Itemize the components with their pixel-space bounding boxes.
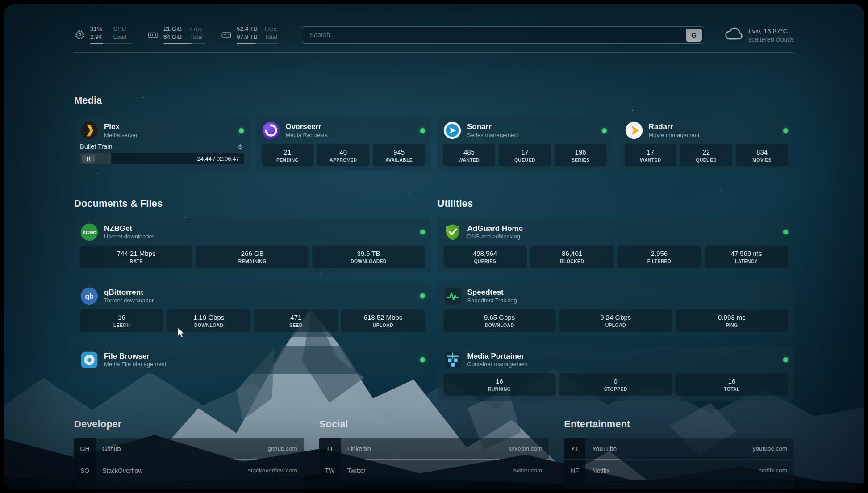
bookmark-linkedin[interactable]: LI LinkedIn linkedin.com: [319, 438, 549, 459]
bookmark-github[interactable]: GH Github github.com: [74, 438, 304, 459]
stat-rate: 744.21 Mbps RATE: [80, 246, 192, 268]
service-card-portainer[interactable]: Media Portainer Container management 16 …: [438, 346, 794, 401]
settings-gear-icon[interactable]: ⚙: [238, 143, 243, 150]
cpu-icon: [74, 29, 86, 41]
service-card-plex[interactable]: Plex Media server Bullet Train ⚙ 24:44 /…: [74, 116, 250, 171]
stat-value: 21: [263, 148, 312, 156]
service-subtitle: Torrent downloader: [104, 297, 154, 304]
service-subtitle: DNS and adblocking: [467, 233, 523, 240]
stat-available: 945 AVAILABLE: [373, 144, 425, 166]
stat-seed: 471 SEED: [254, 309, 338, 332]
stat-label: RATE: [82, 259, 191, 264]
now-playing-title: Bullet Train: [80, 143, 113, 150]
stat-queued: 22 QUEUED: [680, 144, 732, 166]
cpu-load-label: Load: [113, 33, 132, 41]
memory-icon: [147, 29, 159, 41]
service-card-radarr[interactable]: Radarr Movie management 17 WANTED 22 QUE…: [619, 116, 794, 171]
bookmark-abbr: GH: [74, 438, 96, 459]
stat-label: MOVIES: [738, 157, 786, 163]
bookmark-youtube[interactable]: YT YouTube youtube.com: [564, 438, 794, 459]
bookmark-name: DEV: [102, 489, 115, 490]
weather-location: Lviv, 16.87°C: [748, 27, 794, 36]
disk-total-value: 97.9 TB: [237, 33, 259, 41]
bookmarks-entertainment: Entertainment YT YouTube youtube.com NF …: [564, 410, 794, 490]
service-name: qBittorrent: [104, 288, 154, 297]
service-card-qbittorrent[interactable]: qb qBittorrent Torrent downloader 16 LEE…: [74, 282, 431, 337]
service-card-adguard[interactable]: AdGuard Home DNS and adblocking 498,564 …: [438, 218, 794, 273]
stat-remaining: 266 GB REMAINING: [196, 246, 309, 268]
service-subtitle: Series management: [467, 132, 519, 138]
bookmark-netflix[interactable]: NF Netflix netflix.com: [564, 460, 794, 481]
service-name: File Browser: [104, 352, 166, 361]
stat-label: QUEUED: [682, 157, 730, 163]
service-name: Media Portainer: [467, 352, 528, 361]
bookmark-url: github.com: [268, 445, 297, 452]
stat-label: AVAILABLE: [375, 157, 423, 163]
stat-value: 471: [256, 313, 336, 321]
service-card-nzbget[interactable]: nzbget NZBGet Usenet downloader 744.21 M…: [74, 218, 431, 273]
bookmark-url: reddit.com: [759, 489, 787, 489]
service-card-filebrowser[interactable]: File Browser Media File Management: [74, 346, 431, 374]
stat-pending: 21 PENDING: [262, 144, 314, 166]
service-name: Radarr: [649, 122, 700, 131]
top-bar: 31% CPU 2.94 Load: [74, 24, 794, 46]
memory-total-value: 64 GiB: [163, 33, 184, 41]
service-card-sonarr[interactable]: Sonarr Series management 485 WANTED 17 Q…: [437, 116, 613, 171]
memory-free-label: Free: [190, 25, 205, 33]
disk-free-value: 52.4 TB: [237, 25, 259, 33]
section-title-social: Social: [319, 418, 549, 430]
stat-queries: 498,564 QUERIES: [443, 246, 527, 268]
bookmark-twitter[interactable]: TW Twitter twitter.com: [319, 460, 549, 481]
stat-label: UPLOAD: [561, 322, 670, 328]
search-input[interactable]: [302, 26, 704, 44]
stat-blocked: 86,401 BLOCKED: [530, 246, 614, 268]
svg-text:qb: qb: [85, 292, 93, 300]
stat-queued: 17 QUEUED: [499, 144, 551, 166]
stat-value: 16: [445, 377, 554, 385]
weather-widget[interactable]: Lviv, 16.87°C scattered clouds: [724, 24, 794, 46]
disk-stat-group: 52.4 TB Free 97.9 TB Total: [221, 25, 279, 45]
overseerr-icon: [262, 121, 280, 140]
bookmark-abbr: RE: [564, 482, 585, 489]
stat-value: 2,956: [619, 250, 699, 257]
stat-value: 0.993 ms: [677, 313, 786, 321]
stat-approved: 40 APPROVED: [317, 144, 369, 166]
service-subtitle: Media File Management: [104, 361, 166, 368]
service-name: Overseerr: [286, 122, 328, 131]
qbittorrent-icon: qb: [80, 287, 99, 305]
stat-movies: 834 MOVIES: [736, 144, 788, 166]
playback-time: 24:44 / 02:06:47: [197, 155, 239, 162]
playback-progress-bar[interactable]: 24:44 / 02:06:47: [80, 153, 244, 164]
bookmark-abbr: NF: [564, 460, 585, 481]
service-subtitle: Media Requests: [286, 132, 328, 138]
status-dot: [420, 230, 425, 234]
stat-label: RUNNING: [445, 386, 554, 392]
memory-free-value: 21 GiB: [163, 25, 184, 33]
stat-value: 9.65 Gbps: [445, 313, 554, 321]
plex-icon: [80, 121, 99, 140]
cpu-usage-label: CPU: [113, 25, 132, 33]
stat-value: 0: [561, 377, 670, 385]
stat-label: LATENCY: [706, 259, 786, 264]
bookmark-name: LinkedIn: [347, 445, 371, 452]
disk-icon: [221, 29, 232, 41]
search-provider-button[interactable]: G: [686, 29, 702, 42]
service-card-speedtest[interactable]: Speedtest Speedtest Tracking 9.65 Gbps D…: [438, 282, 794, 337]
stat-value: 1.19 Gbps: [169, 313, 249, 321]
service-name: NZBGet: [104, 224, 154, 233]
service-subtitle: Movie management: [649, 132, 700, 138]
speedtest-icon: [443, 287, 462, 305]
bookmark-reddit[interactable]: RE Reddit reddit.com: [564, 482, 794, 489]
bookmarks-developer: Developer GH Github github.com SO StackO…: [74, 410, 304, 490]
stat-label: QUEUED: [501, 157, 549, 163]
pause-button[interactable]: [82, 155, 95, 163]
stat-series: 196 SERIES: [555, 144, 607, 166]
bookmark-stackoverflow[interactable]: SO StackOverflow stackoverflow.com: [74, 460, 304, 481]
cpu-stat-group: 31% CPU 2.94 Load: [74, 25, 132, 45]
stat-latency: 47.569 ms LATENCY: [705, 246, 788, 268]
bookmark-dev[interactable]: DT DEV dev.to: [74, 482, 304, 489]
stat-stopped: 0 STOPPED: [559, 373, 672, 396]
bookmark-url: linkedin.com: [509, 445, 542, 452]
service-card-overseerr[interactable]: Overseerr Media Requests 21 PENDING 40 A…: [256, 116, 431, 171]
status-dot: [602, 128, 607, 133]
